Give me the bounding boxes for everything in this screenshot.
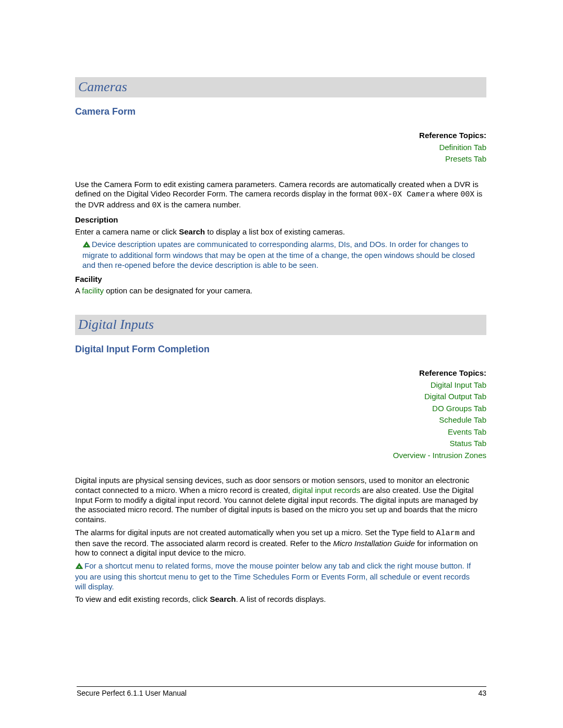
note-shortcut-menu: For a shortcut menu to related forms, mo… xyxy=(75,561,486,591)
field-label-description: Description xyxy=(75,215,486,225)
ref-link-overview-intrusion-zones[interactable]: Overview - Intrusion Zones xyxy=(75,450,486,462)
ref-link-digital-input-tab[interactable]: Digital Input Tab xyxy=(75,379,486,391)
note-device-description: Device description upates are communicat… xyxy=(75,240,486,270)
reference-topics-label: Reference Topics: xyxy=(75,367,486,379)
paragraph-description: Enter a camera name or click Search to d… xyxy=(75,227,486,237)
document-page: Cameras Camera Form Reference Topics: De… xyxy=(0,0,563,728)
reference-topics-block-2: Reference Topics: Digital Input Tab Digi… xyxy=(75,367,486,461)
paragraph-di-search: To view and edit existing records, click… xyxy=(75,595,486,604)
link-facility[interactable]: facility xyxy=(82,286,104,295)
paragraph-di-intro: Digital inputs are physical sensing devi… xyxy=(75,476,486,525)
ref-link-presets-tab[interactable]: Presets Tab xyxy=(75,153,486,165)
page-footer: Secure Perfect 6.1.1 User Manual 43 xyxy=(77,686,486,698)
section-title: Cameras xyxy=(78,79,127,94)
note-icon xyxy=(75,562,83,572)
subsection-digital-input-form: Digital Input Form Completion xyxy=(75,343,486,355)
footer-rule xyxy=(77,686,486,687)
ref-link-events-tab[interactable]: Events Tab xyxy=(75,426,486,438)
field-label-facility: Facility xyxy=(75,275,486,285)
svg-point-1 xyxy=(79,566,80,568)
paragraph-camera-intro: Use the Camera Form to edit existing cam… xyxy=(75,180,486,211)
paragraph-facility: A facility option can be designated for … xyxy=(75,286,486,296)
section-header-cameras: Cameras xyxy=(75,77,486,97)
page-number: 43 xyxy=(478,689,486,698)
ref-link-digital-output-tab[interactable]: Digital Output Tab xyxy=(75,391,486,403)
reference-topics-block: Reference Topics: Definition Tab Presets… xyxy=(75,130,486,165)
paragraph-di-alarms: The alarms for digital inputs are not cr… xyxy=(75,528,486,558)
ref-link-definition-tab[interactable]: Definition Tab xyxy=(75,142,486,154)
section-title: Digital Inputs xyxy=(78,317,154,332)
ref-link-do-groups-tab[interactable]: DO Groups Tab xyxy=(75,403,486,415)
reference-topics-label: Reference Topics: xyxy=(75,130,486,142)
note-icon xyxy=(82,241,91,251)
subsection-camera-form: Camera Form xyxy=(75,106,486,118)
svg-point-0 xyxy=(86,245,88,246)
link-digital-input-records[interactable]: digital input records xyxy=(292,486,360,495)
ref-link-schedule-tab[interactable]: Schedule Tab xyxy=(75,414,486,426)
section-header-digital-inputs: Digital Inputs xyxy=(75,315,486,335)
footer-title: Secure Perfect 6.1.1 User Manual xyxy=(77,689,187,698)
ref-link-status-tab[interactable]: Status Tab xyxy=(75,438,486,450)
